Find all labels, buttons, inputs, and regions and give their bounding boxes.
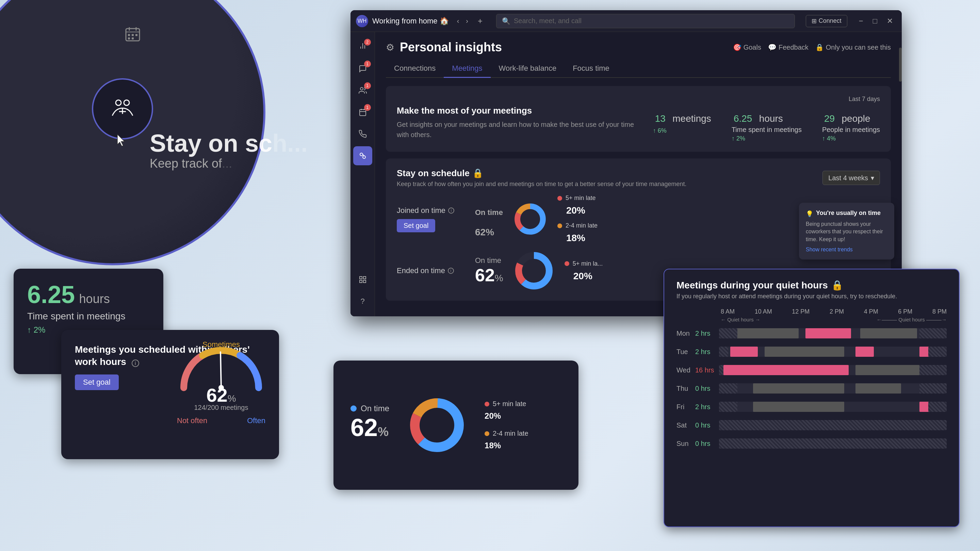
avatar-circle[interactable]: [92, 78, 153, 140]
qh-row-sun: Sun 0 hrs: [676, 435, 947, 452]
qh-row-thu: Thu 0 hrs: [676, 380, 947, 397]
search-bar[interactable]: 🔍 Search, meet, and call: [496, 14, 795, 28]
svg-point-10: [124, 100, 129, 105]
goals-link[interactable]: 🎯 Goals: [733, 43, 761, 51]
new-tab-button[interactable]: +: [475, 15, 485, 27]
joined-donut: [513, 202, 547, 236]
insights-card-title: Make the most of your meetings: [397, 105, 640, 116]
user-avatar: WH: [356, 15, 368, 27]
calendar-icon-bg: [119, 21, 146, 48]
feedback-link[interactable]: 💬 Feedback: [768, 43, 808, 51]
scrollbar-thumb[interactable]: [899, 48, 902, 82]
sidebar-item-insights[interactable]: [353, 146, 372, 165]
insights-card-desc: Get insights on your meetings and learn …: [397, 119, 640, 140]
goals-icon: 🎯: [733, 43, 741, 51]
stay-text-bg: Stay on sch...: [150, 129, 308, 157]
tabs-row: Connections Meetings Work-life balance F…: [386, 60, 891, 78]
quiet-hours-card: Meetings during your quiet hours 🔒 If yo…: [663, 269, 959, 527]
tab-work-life[interactable]: Work-life balance: [491, 60, 565, 78]
ontime-donut: [406, 395, 468, 456]
joined-legend: 5+ min late 20% 2-4 min late 18%: [557, 195, 598, 243]
qh-row-tue: Tue 2 hrs: [676, 343, 947, 360]
sidebar: 2 1 1: [350, 32, 375, 316]
feedback-icon: 💬: [768, 43, 776, 51]
sidebar-item-chat[interactable]: 1: [353, 59, 372, 78]
show-trends-link[interactable]: Show recent trends: [806, 246, 888, 253]
maximize-button[interactable]: □: [869, 15, 881, 27]
back-button[interactable]: ‹: [454, 16, 462, 26]
visibility-indicator: 🔒 Only you can see this: [815, 43, 891, 51]
sidebar-item-apps[interactable]: [353, 270, 372, 289]
schedule-title: Stay on schedule 🔒: [397, 168, 687, 179]
chevron-down-icon: ▾: [871, 174, 874, 182]
forward-button[interactable]: ›: [463, 16, 471, 26]
sidebar-item-activity[interactable]: 2: [353, 37, 372, 56]
svg-point-9: [116, 100, 121, 105]
connect-icon: ⊞: [811, 17, 817, 25]
svg-line-11: [221, 352, 221, 388]
gear-icon: ⚙: [386, 42, 395, 53]
insights-card: Last 7 days Make the most of your meetin…: [386, 86, 891, 152]
ended-legend: 5+ min la... 20%: [565, 260, 603, 282]
qh-row-wed: Wed 16 hrs: [676, 362, 947, 378]
sidebar-item-help[interactable]: ?: [353, 292, 372, 311]
close-button[interactable]: ✕: [883, 15, 896, 27]
info-icon: i: [132, 359, 139, 367]
keep-text-bg: Keep track of...: [150, 156, 232, 171]
tab-connections[interactable]: Connections: [386, 60, 444, 78]
people-stat: 29 people People in meetings ↑ 4%: [822, 105, 880, 142]
activity-badge: 2: [364, 39, 371, 46]
meetings-stat: 13 meetings ↑ 6%: [653, 105, 711, 142]
connect-button[interactable]: ⊞ Connect: [806, 15, 847, 27]
chat-badge: 1: [364, 60, 371, 67]
minimize-button[interactable]: −: [856, 15, 867, 27]
info-icon-ended: i: [448, 268, 454, 274]
svg-rect-8: [132, 37, 134, 40]
nav-buttons: ‹ ›: [454, 16, 471, 26]
window-title: Working from home 🏠: [372, 17, 449, 25]
ontime-dot: [350, 405, 356, 411]
qh-lock-icon: 🔒: [831, 279, 843, 291]
svg-rect-26: [363, 276, 366, 279]
ontime-card: On time 62% 5+ min late 20% 2-4: [334, 360, 579, 490]
mouse-cursor: [116, 133, 126, 146]
lock-icon: 🔒: [815, 43, 824, 51]
svg-point-17: [360, 87, 363, 90]
svg-rect-6: [135, 34, 137, 36]
qh-title: Meetings during your quiet hours 🔒: [676, 279, 947, 291]
teams-badge: 1: [364, 82, 371, 89]
page-title: Personal insights: [400, 40, 502, 54]
page-header: ⚙ Personal insights 🎯 Goals 💬 Feedback 🔒…: [386, 40, 891, 54]
stats-row: 13 meetings ↑ 6% 6.25 hours Time spent i…: [653, 105, 880, 142]
search-icon: 🔍: [502, 17, 511, 25]
svg-rect-25: [360, 276, 362, 279]
svg-point-23: [363, 156, 366, 159]
ontime-legend: 5+ min late 20% 2-4 min late 18%: [485, 400, 528, 450]
svg-point-22: [360, 153, 363, 156]
gauge-chart: Sometimes 62% Not often Often: [177, 340, 266, 415]
set-goal-button[interactable]: Set goal: [75, 375, 119, 390]
tab-meetings[interactable]: Meetings: [444, 60, 490, 78]
red-dot: [485, 402, 489, 407]
ended-donut: [514, 250, 554, 291]
tooltip-card: 💡 You're usually on time Being punctual …: [799, 203, 894, 259]
orange-dot: [485, 431, 489, 436]
sidebar-item-calendar[interactable]: 1: [353, 103, 372, 122]
info-icon-joined: i: [448, 208, 454, 214]
qh-row-mon: Mon 2 hrs: [676, 325, 947, 341]
schedule-desc: Keep track of how often you join and end…: [397, 181, 687, 188]
period-dropdown[interactable]: Last 4 weeks ▾: [822, 171, 880, 185]
svg-rect-5: [132, 34, 134, 36]
window-controls: − □ ✕: [856, 15, 896, 27]
joined-percentage: On time 62%: [475, 198, 503, 240]
titlebar: WH Working from home 🏠 ‹ › + 🔍 Search, m…: [350, 10, 902, 32]
calendar-badge: 1: [364, 104, 371, 111]
meetings-scheduled-card: Meetings you scheduled within others' wo…: [61, 330, 279, 459]
sidebar-item-teams[interactable]: 1: [353, 81, 372, 100]
set-goal-joined-btn[interactable]: Set goal: [397, 219, 435, 232]
sidebar-item-calls[interactable]: [353, 124, 372, 143]
tab-focus-time[interactable]: Focus time: [565, 60, 617, 78]
svg-rect-27: [360, 280, 362, 283]
svg-rect-28: [363, 280, 366, 283]
hours-stat: 6.25 hours Time spent in meetings ↑ 2%: [732, 105, 802, 142]
